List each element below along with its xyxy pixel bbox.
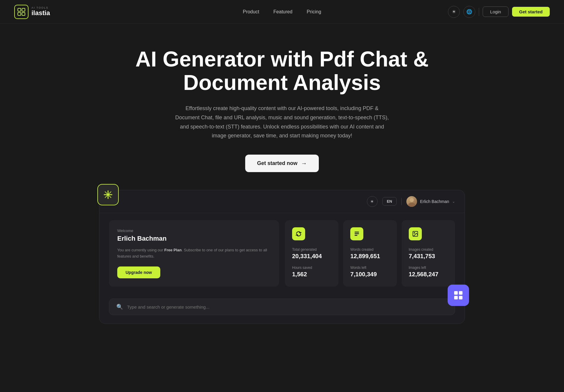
stat-generated: Total generated 20,331,404 Hours saved 1… xyxy=(285,220,338,287)
user-name: Erlich Bachman xyxy=(420,199,449,204)
dashboard-topbar: ☀ EN Erlich Bachman ⌄ xyxy=(99,190,465,213)
svg-rect-2 xyxy=(18,12,21,15)
sun-icon-dash: ☀ xyxy=(370,199,374,204)
svg-rect-16 xyxy=(459,291,462,295)
svg-rect-18 xyxy=(459,296,462,299)
svg-rect-0 xyxy=(18,8,21,11)
svg-rect-10 xyxy=(355,231,359,232)
svg-point-9 xyxy=(408,203,415,207)
language-badge[interactable]: EN xyxy=(382,197,397,206)
stat-words-icon-wrap xyxy=(350,227,389,242)
search-bar: 🔍 xyxy=(109,299,455,315)
images-created-value: 7,431,753 xyxy=(409,253,448,260)
hero-title: AI Generator with Pdf Chat & Document An… xyxy=(133,47,431,94)
stat-words: Words created 12,899,651 Words left 7,10… xyxy=(343,220,397,287)
arrow-icon: → xyxy=(301,160,307,167)
words-created-label: Words created xyxy=(350,247,389,252)
welcome-name: Erlich Bachman xyxy=(117,235,271,242)
chevron-down-icon: ⌄ xyxy=(452,199,455,204)
upgrade-button[interactable]: Upgrade now xyxy=(117,266,160,278)
svg-rect-3 xyxy=(22,12,25,15)
nav-links: Product Featured Pricing xyxy=(237,7,327,17)
stats-grid: Total generated 20,331,404 Hours saved 1… xyxy=(285,220,455,287)
hero-subtitle: Effortlessly create high-quality content… xyxy=(175,104,389,140)
images-icon xyxy=(409,227,422,240)
dashboard-theme-button[interactable]: ☀ xyxy=(367,196,378,207)
stat-images-created: Images created 7,431,753 xyxy=(409,247,448,260)
welcome-description: You are currently using our Free Plan. S… xyxy=(117,247,271,260)
hours-saved-label: Hours saved xyxy=(292,266,331,270)
welcome-desc-plain: You are currently using our xyxy=(117,248,164,252)
svg-rect-15 xyxy=(454,291,458,295)
nav-featured[interactable]: Featured xyxy=(267,7,298,17)
sun-icon: ☀ xyxy=(452,9,456,15)
logo-icon xyxy=(14,5,28,19)
plan-name: Free Plan xyxy=(164,248,182,252)
words-created-value: 12,899,651 xyxy=(350,253,389,260)
user-profile[interactable]: Erlich Bachman ⌄ xyxy=(406,196,455,207)
stat-words-left: Words left 7,100,349 xyxy=(350,266,389,278)
svg-rect-11 xyxy=(355,233,359,234)
total-generated-value: 20,331,404 xyxy=(292,253,331,260)
nav-product[interactable]: Product xyxy=(237,7,265,17)
hours-saved-value: 1,562 xyxy=(292,271,331,278)
words-left-value: 7,100,349 xyxy=(350,271,389,278)
stat-words-created: Words created 12,899,651 xyxy=(350,247,389,260)
theme-toggle-button[interactable]: ☀ xyxy=(448,6,460,18)
nav-pricing[interactable]: Pricing xyxy=(301,7,327,17)
logo-name: ilastia xyxy=(31,9,50,17)
stat-images-left: Images left 12,568,247 xyxy=(409,266,448,278)
floating-grid-icon xyxy=(448,285,469,306)
words-icon xyxy=(350,227,363,240)
hero-content: AI Generator with Pdf Chat & Document An… xyxy=(119,24,445,190)
svg-rect-12 xyxy=(355,235,357,236)
stat-hours-saved: Hours saved 1,562 xyxy=(292,266,331,278)
hero-cta-label: Get started now xyxy=(257,160,297,166)
stat-total-generated: Total generated 20,331,404 xyxy=(292,247,331,260)
welcome-card: Welcome Erlich Bachman You are currently… xyxy=(109,220,279,287)
search-area: 🔍 xyxy=(99,294,465,323)
stat-images-icon-wrap xyxy=(409,227,448,242)
nav-actions: ☀ 🌐 Login Get started xyxy=(448,6,550,18)
globe-icon: 🌐 xyxy=(466,9,472,15)
images-left-value: 12,568,247 xyxy=(409,271,448,278)
dash-divider xyxy=(401,198,402,205)
logo-text: AI TOOLS ilastia xyxy=(31,7,50,17)
floating-cross-icon xyxy=(97,184,119,205)
login-button[interactable]: Login xyxy=(483,7,508,17)
stat-generated-icon-wrap xyxy=(292,227,331,242)
svg-rect-17 xyxy=(454,296,458,299)
svg-point-14 xyxy=(414,232,415,233)
avatar xyxy=(406,196,417,207)
total-generated-label: Total generated xyxy=(292,247,331,252)
images-left-label: Images left xyxy=(409,266,448,270)
nav-divider xyxy=(479,8,479,16)
dashboard-preview: ☀ EN Erlich Bachman ⌄ Welcome Erlich xyxy=(99,190,465,324)
search-input[interactable] xyxy=(127,304,448,310)
navbar: AI TOOLS ilastia Product Featured Pricin… xyxy=(0,0,564,24)
images-created-label: Images created xyxy=(409,247,448,252)
svg-point-8 xyxy=(410,198,414,202)
language-button[interactable]: 🌐 xyxy=(463,6,475,18)
welcome-label: Welcome xyxy=(117,228,271,233)
dashboard-content: Welcome Erlich Bachman You are currently… xyxy=(99,213,465,294)
svg-rect-1 xyxy=(22,8,25,11)
words-left-label: Words left xyxy=(350,266,389,270)
generated-icon xyxy=(292,227,305,240)
logo[interactable]: AI TOOLS ilastia xyxy=(14,5,50,19)
stat-images: Images created 7,431,753 Images left 12,… xyxy=(402,220,455,287)
hero-cta-button[interactable]: Get started now → xyxy=(245,155,319,172)
get-started-nav-button[interactable]: Get started xyxy=(512,7,550,17)
search-icon: 🔍 xyxy=(116,304,123,310)
hero-section: AI Generator with Pdf Chat & Document An… xyxy=(0,24,564,190)
